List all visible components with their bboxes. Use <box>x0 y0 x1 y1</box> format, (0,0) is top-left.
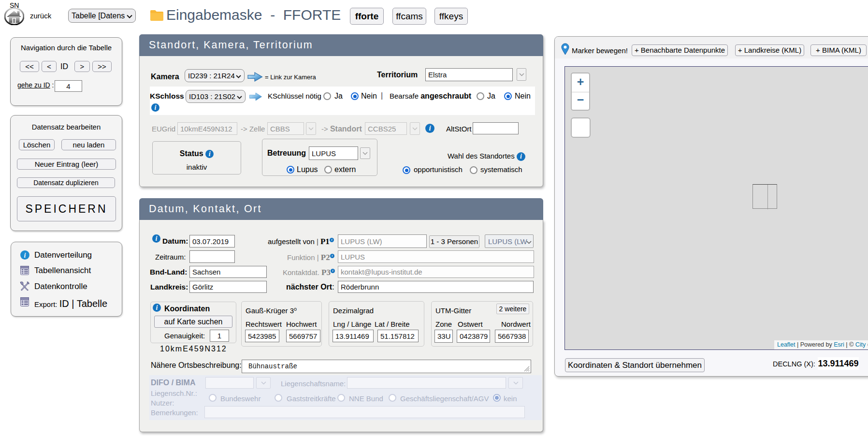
svg-text:i: i <box>24 252 26 259</box>
